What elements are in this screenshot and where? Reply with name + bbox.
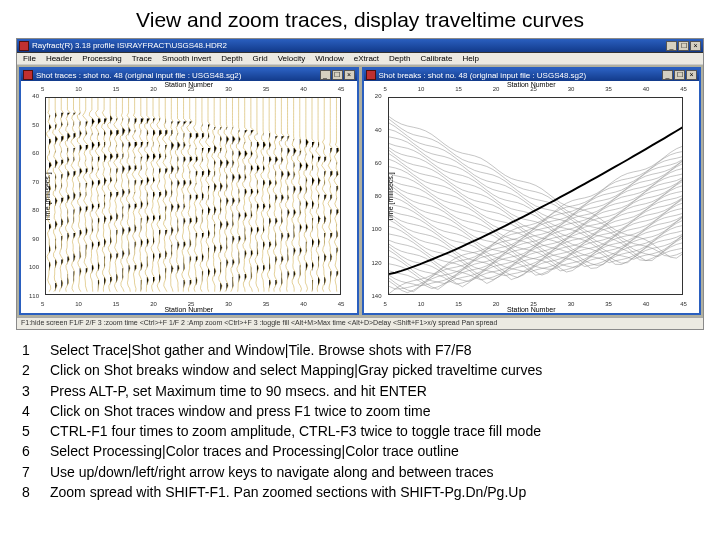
tick: 20 [150,301,157,307]
menu-smooth-invert[interactable]: Smooth invert [162,54,211,63]
instruction-num: 2 [22,360,36,380]
x-axis-label-bottom: Station Number [507,306,556,313]
tick: 45 [338,86,345,92]
menu-window[interactable]: Window [315,54,343,63]
instruction-text: Press ALT-P, set Maximum time to 90 msec… [50,381,427,401]
instruction-text: Click on Shot breaks window and select M… [50,360,542,380]
maximize-button[interactable]: ☐ [332,70,343,80]
tick: 80 [32,207,39,213]
parent-title-bar: Rayfract(R) 3.18 profile IS\RAYFRACT\USG… [17,39,703,53]
minimize-button[interactable]: _ [666,41,677,51]
instruction-num: 1 [22,340,36,360]
tick: 35 [263,301,270,307]
menu-velocity[interactable]: Velocity [278,54,306,63]
tick: 10 [75,301,82,307]
instruction-num: 7 [22,462,36,482]
instructions-list: 1Select Trace|Shot gather and Window|Til… [22,340,698,502]
shot-breaks-plot[interactable]: Time [millisecs.] Station Number Station… [364,81,700,313]
instruction-row: 8Zoom spread with SHIFT-F1. Pan zoomed s… [22,482,698,502]
maximize-button[interactable]: ☐ [678,41,689,51]
tick: 40 [375,127,382,133]
tick: 20 [375,93,382,99]
tick: 35 [605,301,612,307]
tick: 140 [371,293,381,299]
maximize-button[interactable]: ☐ [674,70,685,80]
tick: 10 [418,86,425,92]
instruction-row: 5CTRL-F1 four times to zoom amplitude, C… [22,421,698,441]
tick: 15 [455,301,462,307]
tick: 15 [113,86,120,92]
tick: 80 [375,193,382,199]
tick: 50 [32,122,39,128]
shot-traces-canvas[interactable] [45,97,341,295]
page-title: View and zoom traces, display traveltime… [0,0,720,38]
tick: 10 [418,301,425,307]
tick: 100 [371,226,381,232]
tick: 45 [680,301,687,307]
menubar: File Header Processing Trace Smooth inve… [17,53,703,65]
instruction-text: Select Processing|Color traces and Proce… [50,441,459,461]
shot-traces-title: Shot traces : shot no. 48 (original inpu… [36,71,241,80]
child-title-bar-left[interactable]: Shot traces : shot no. 48 (original inpu… [21,69,357,81]
tick: 45 [680,86,687,92]
tick: 110 [29,293,39,299]
instruction-num: 5 [22,421,36,441]
instruction-text: Zoom spread with SHIFT-F1. Pan zoomed se… [50,482,526,502]
instruction-row: 7Use up/down/left/right arrow keys to na… [22,462,698,482]
menu-grid[interactable]: Grid [253,54,268,63]
tick: 60 [375,160,382,166]
tick: 40 [32,93,39,99]
minimize-button[interactable]: _ [320,70,331,80]
tick: 5 [384,301,387,307]
close-button[interactable]: × [344,70,355,80]
status-bar: F1:hide screen F1/F 2/F 3 :zoom time <Ct… [17,317,703,329]
shot-breaks-window[interactable]: Shot breaks : shot no. 48 (original inpu… [362,67,702,315]
tick: 35 [605,86,612,92]
shot-traces-window[interactable]: Shot traces : shot no. 48 (original inpu… [19,67,359,315]
menu-extract[interactable]: eXtract [354,54,379,63]
tick: 40 [300,301,307,307]
tick: 25 [188,301,195,307]
menu-trace[interactable]: Trace [132,54,152,63]
tick: 20 [493,301,500,307]
child-title-bar-right[interactable]: Shot breaks : shot no. 48 (original inpu… [364,69,700,81]
x-axis-label-bottom: Station Number [164,306,213,313]
tick: 30 [225,301,232,307]
menu-depth2[interactable]: Depth [389,54,410,63]
tick: 10 [75,86,82,92]
tick: 60 [32,150,39,156]
menu-processing[interactable]: Processing [82,54,122,63]
instruction-num: 4 [22,401,36,421]
tick: 30 [568,86,575,92]
child-icon [366,70,376,80]
shot-traces-plot[interactable]: Time [millisecs.] Station Number Station… [21,81,357,313]
minimize-button[interactable]: _ [662,70,673,80]
instruction-text: Click on Shot traces window and press F1… [50,401,431,421]
tick: 15 [113,301,120,307]
tick: 70 [32,179,39,185]
tick: 20 [150,86,157,92]
instruction-row: 4Click on Shot traces window and press F… [22,401,698,421]
menu-file[interactable]: File [23,54,36,63]
tick: 5 [41,301,44,307]
tick: 35 [263,86,270,92]
tick: 20 [493,86,500,92]
menu-help[interactable]: Help [462,54,478,63]
tick: 5 [384,86,387,92]
instruction-text: Use up/down/left/right arrow keys to nav… [50,462,494,482]
close-button[interactable]: × [690,41,701,51]
tick: 25 [530,86,537,92]
close-button[interactable]: × [686,70,697,80]
tick: 90 [32,236,39,242]
menu-calibrate[interactable]: Calibrate [420,54,452,63]
tick: 15 [455,86,462,92]
menu-header[interactable]: Header [46,54,72,63]
shot-breaks-canvas[interactable] [388,97,684,295]
tick: 120 [371,260,381,266]
instruction-num: 6 [22,441,36,461]
menu-depth[interactable]: Depth [221,54,242,63]
instruction-text: Select Trace|Shot gather and Window|Tile… [50,340,472,360]
shot-breaks-title: Shot breaks : shot no. 48 (original inpu… [379,71,587,80]
tick: 45 [338,301,345,307]
tick: 40 [300,86,307,92]
